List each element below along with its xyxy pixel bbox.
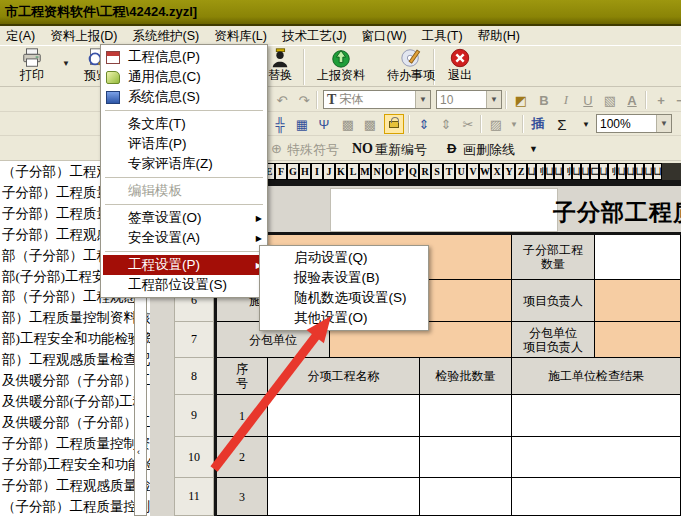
tree-item[interactable]: （子分部）工程质量控制 [2,497,150,516]
column-tab[interactable]: G [287,163,299,180]
line-spacing-decrease-button[interactable]: ⇕ [436,115,456,133]
row-header[interactable]: 9 [174,395,214,437]
menu-item-4[interactable]: 条文库(T) [103,114,265,134]
menubar-item-6[interactable]: 工具(T) [422,28,463,45]
split-cell-button[interactable]: ╬ [270,115,290,133]
table-cell[interactable] [595,280,681,322]
font-size-select[interactable]: 10 ▼ [436,90,502,109]
table-cell[interactable] [420,395,512,437]
column-tab[interactable]: 凵 [527,163,536,180]
todo-button[interactable]: 待办事项 [378,47,444,87]
menubar-item-3[interactable]: 资料库(L) [214,28,267,45]
strikethrough-button[interactable]: 画删除线 [463,141,515,159]
column-tab[interactable]: V [467,163,479,180]
submenu-item-2[interactable]: 随机数选项设置(S) [262,288,426,308]
submenu-item-3[interactable]: 其他设置(O) [262,308,426,328]
submenu-item-0[interactable]: 启动设置(Q) [262,248,426,268]
title-bar[interactable]: 市工程资料软件\工程\42424.zyzl] [0,0,681,26]
tree-item[interactable]: 子分部）工程质量控制资 [2,434,150,455]
tree-item[interactable]: 部）工程质量控制资料核 [2,308,150,329]
chevron-down-icon[interactable]: ▼ [656,115,671,132]
redo-button[interactable]: ↷ [294,91,314,109]
column-tab[interactable]: L [347,163,359,180]
column-tab[interactable]: H [299,163,311,180]
splitter-bar[interactable]: ‹ [134,288,147,516]
underline-button[interactable]: U [578,91,598,109]
column-tab[interactable]: Y [503,163,515,180]
column-tab[interactable]: U [455,163,467,180]
menu-item-5[interactable]: 评语库(P) [103,134,265,154]
column-tab[interactable]: 凵 [617,163,626,180]
chevron-down-icon[interactable]: ▼ [576,115,596,133]
menu-item-2[interactable]: 系统信息(S) [103,87,265,107]
menubar-item-1[interactable]: 资料上报(D) [50,28,117,45]
menu-item-14[interactable]: 工程部位设置(S) [103,275,265,295]
column-tab[interactable]: 刂 [608,163,617,180]
column-tab[interactable]: 凵 [581,163,590,180]
pattern-fill-2-button[interactable]: ▩ [360,115,380,133]
row-header[interactable]: 11 [174,478,214,516]
upload-button[interactable]: 上报资料 [308,47,374,87]
column-tab[interactable]: 凵 [554,163,563,180]
edit-table-button[interactable]: ▦ [292,115,312,133]
menubar-item-7[interactable]: 帮助(H) [478,28,520,45]
chevron-down-icon[interactable]: ▼ [529,144,538,154]
special-symbol-button[interactable]: 特殊符号 [287,141,339,159]
row-header[interactable]: 10 [174,437,214,478]
exit-button[interactable]: 退出 [438,47,482,87]
tree-item[interactable]: 子分部)工程安全和功能检 [2,455,150,476]
insert-button[interactable]: 插 [528,115,548,133]
lock-button[interactable] [384,114,404,134]
menu-item-13[interactable]: 工程设置(P)▶ [103,255,265,275]
table-cell[interactable] [595,322,681,358]
cut-button[interactable]: ✂ [458,115,478,133]
column-tab[interactable]: R [419,163,431,180]
column-tab[interactable]: P [395,163,407,180]
menubar-item-5[interactable]: 窗口(W) [362,28,407,45]
menu-item-11[interactable]: 安全设置(A)▶ [103,228,265,248]
chevron-down-icon[interactable]: ▼ [486,91,501,108]
chevron-down-icon[interactable]: ▼ [62,59,70,68]
zoom-select[interactable]: 100% ▼ [596,114,672,133]
font-color-button[interactable]: A [622,91,642,109]
edit-overlay-box[interactable] [330,188,558,232]
row-header[interactable]: 8 [174,358,214,395]
column-tab[interactable]: Z [515,163,527,180]
column-tab[interactable]: I [311,163,323,180]
table-cell[interactable] [512,395,681,437]
table-cell[interactable] [595,235,681,280]
menubar-item-4[interactable]: 技术工艺(J) [282,28,347,45]
shading-select[interactable]: ▨ [486,115,506,133]
tree-item[interactable]: 子分部）工程观感质量检 [2,476,150,497]
zoom-in-button[interactable]: + [651,91,671,109]
line-spacing-increase-button[interactable]: ⇕ [414,115,434,133]
table-cell[interactable] [512,478,681,516]
sum-button[interactable]: Σ [552,115,572,133]
italic-button[interactable]: I [556,91,576,109]
bold-button[interactable]: B [534,91,554,109]
print-button[interactable]: 打印▼ [6,47,58,87]
menu-item-6[interactable]: 专家评语库(Z) [103,154,265,174]
column-tab[interactable]: W [479,163,491,180]
menubar-item-2[interactable]: 系统维护(S) [133,28,200,45]
tree-item[interactable]: 及供暖分部（子分部）工 [2,413,150,434]
collapse-arrow-icon[interactable]: ‹ [137,447,140,457]
submenu-item-1[interactable]: 报验表设置(B) [262,268,426,288]
renumber-button[interactable]: 重新编号 [375,141,427,159]
table-cell[interactable] [268,478,420,516]
fill-color-button[interactable]: ▧ [600,91,620,109]
chevron-down-icon[interactable]: ▼ [415,91,430,108]
table-cell[interactable] [420,437,512,478]
column-tab[interactable]: 凵 [545,163,554,180]
tree-item[interactable]: 部)工程安全和功能检验资 [2,329,150,350]
menu-item-1[interactable]: 通用信息(C) [103,67,265,87]
column-tab[interactable]: 刂 [536,163,545,180]
column-tab[interactable]: 凵 [572,163,581,180]
column-tab[interactable]: Q [407,163,419,180]
tree-item[interactable]: 及供暖分部(子分部)工程 [2,392,150,413]
column-tab[interactable]: M [359,163,371,180]
column-tab[interactable]: K [335,163,347,180]
tree-item[interactable]: 及供暖分部（子分部）工 [2,371,150,392]
chevron-down-icon[interactable]: ▼ [504,115,524,133]
table-cell[interactable] [420,478,512,516]
